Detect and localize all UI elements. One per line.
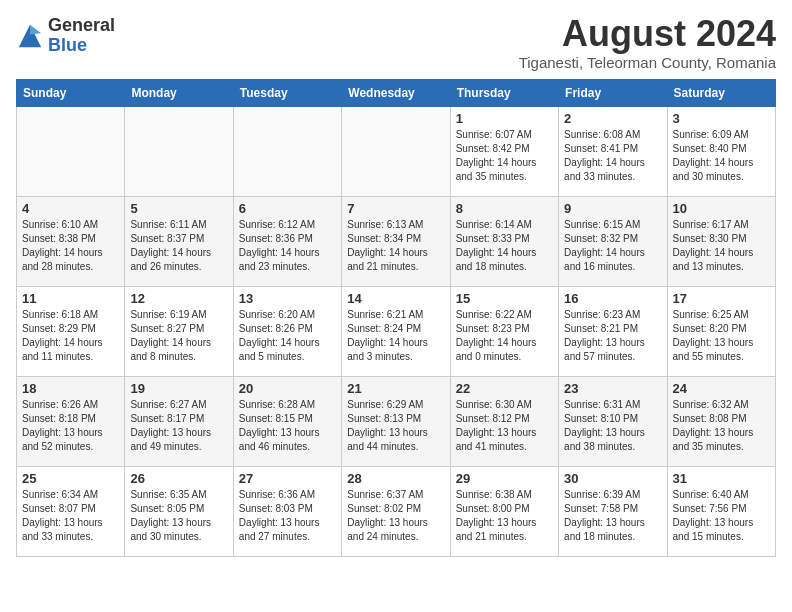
cell-content: 2Sunrise: 6:08 AM Sunset: 8:41 PM Daylig…	[564, 111, 661, 184]
cell-content: 18Sunrise: 6:26 AM Sunset: 8:18 PM Dayli…	[22, 381, 119, 454]
cell-info: Sunrise: 6:25 AM Sunset: 8:20 PM Dayligh…	[673, 308, 770, 364]
title-area: August 2024 Tiganesti, Teleorman County,…	[519, 16, 776, 71]
calendar-cell: 14Sunrise: 6:21 AM Sunset: 8:24 PM Dayli…	[342, 287, 450, 377]
cell-content: 5Sunrise: 6:11 AM Sunset: 8:37 PM Daylig…	[130, 201, 227, 274]
cell-content: 30Sunrise: 6:39 AM Sunset: 7:58 PM Dayli…	[564, 471, 661, 544]
cell-info: Sunrise: 6:11 AM Sunset: 8:37 PM Dayligh…	[130, 218, 227, 274]
cell-info: Sunrise: 6:18 AM Sunset: 8:29 PM Dayligh…	[22, 308, 119, 364]
day-number: 28	[347, 471, 444, 486]
day-number: 6	[239, 201, 336, 216]
cell-info: Sunrise: 6:09 AM Sunset: 8:40 PM Dayligh…	[673, 128, 770, 184]
calendar-cell: 4Sunrise: 6:10 AM Sunset: 8:38 PM Daylig…	[17, 197, 125, 287]
day-number: 1	[456, 111, 553, 126]
cell-info: Sunrise: 6:21 AM Sunset: 8:24 PM Dayligh…	[347, 308, 444, 364]
cell-content: 12Sunrise: 6:19 AM Sunset: 8:27 PM Dayli…	[130, 291, 227, 364]
weekday-header-monday: Monday	[125, 80, 233, 107]
calendar-cell: 26Sunrise: 6:35 AM Sunset: 8:05 PM Dayli…	[125, 467, 233, 557]
day-number: 17	[673, 291, 770, 306]
weekday-header-wednesday: Wednesday	[342, 80, 450, 107]
cell-content: 31Sunrise: 6:40 AM Sunset: 7:56 PM Dayli…	[673, 471, 770, 544]
cell-content: 14Sunrise: 6:21 AM Sunset: 8:24 PM Dayli…	[347, 291, 444, 364]
calendar-cell: 6Sunrise: 6:12 AM Sunset: 8:36 PM Daylig…	[233, 197, 341, 287]
cell-info: Sunrise: 6:40 AM Sunset: 7:56 PM Dayligh…	[673, 488, 770, 544]
day-number: 15	[456, 291, 553, 306]
cell-content: 10Sunrise: 6:17 AM Sunset: 8:30 PM Dayli…	[673, 201, 770, 274]
day-number: 7	[347, 201, 444, 216]
cell-info: Sunrise: 6:26 AM Sunset: 8:18 PM Dayligh…	[22, 398, 119, 454]
calendar-cell: 28Sunrise: 6:37 AM Sunset: 8:02 PM Dayli…	[342, 467, 450, 557]
calendar-cell: 27Sunrise: 6:36 AM Sunset: 8:03 PM Dayli…	[233, 467, 341, 557]
calendar-cell: 30Sunrise: 6:39 AM Sunset: 7:58 PM Dayli…	[559, 467, 667, 557]
month-year-title: August 2024	[519, 16, 776, 52]
day-number: 22	[456, 381, 553, 396]
cell-content: 8Sunrise: 6:14 AM Sunset: 8:33 PM Daylig…	[456, 201, 553, 274]
cell-content: 1Sunrise: 6:07 AM Sunset: 8:42 PM Daylig…	[456, 111, 553, 184]
logo: General Blue	[16, 16, 115, 56]
cell-info: Sunrise: 6:10 AM Sunset: 8:38 PM Dayligh…	[22, 218, 119, 274]
day-number: 23	[564, 381, 661, 396]
weekday-header-tuesday: Tuesday	[233, 80, 341, 107]
cell-content: 13Sunrise: 6:20 AM Sunset: 8:26 PM Dayli…	[239, 291, 336, 364]
day-number: 20	[239, 381, 336, 396]
cell-info: Sunrise: 6:15 AM Sunset: 8:32 PM Dayligh…	[564, 218, 661, 274]
cell-info: Sunrise: 6:38 AM Sunset: 8:00 PM Dayligh…	[456, 488, 553, 544]
cell-info: Sunrise: 6:19 AM Sunset: 8:27 PM Dayligh…	[130, 308, 227, 364]
calendar-week-row: 25Sunrise: 6:34 AM Sunset: 8:07 PM Dayli…	[17, 467, 776, 557]
day-number: 12	[130, 291, 227, 306]
cell-content: 23Sunrise: 6:31 AM Sunset: 8:10 PM Dayli…	[564, 381, 661, 454]
calendar-cell: 31Sunrise: 6:40 AM Sunset: 7:56 PM Dayli…	[667, 467, 775, 557]
calendar-cell: 15Sunrise: 6:22 AM Sunset: 8:23 PM Dayli…	[450, 287, 558, 377]
day-number: 11	[22, 291, 119, 306]
calendar-cell: 23Sunrise: 6:31 AM Sunset: 8:10 PM Dayli…	[559, 377, 667, 467]
svg-marker-1	[30, 25, 41, 35]
cell-content: 22Sunrise: 6:30 AM Sunset: 8:12 PM Dayli…	[456, 381, 553, 454]
weekday-header-friday: Friday	[559, 80, 667, 107]
calendar-cell: 13Sunrise: 6:20 AM Sunset: 8:26 PM Dayli…	[233, 287, 341, 377]
cell-info: Sunrise: 6:23 AM Sunset: 8:21 PM Dayligh…	[564, 308, 661, 364]
cell-content: 19Sunrise: 6:27 AM Sunset: 8:17 PM Dayli…	[130, 381, 227, 454]
calendar-table: SundayMondayTuesdayWednesdayThursdayFrid…	[16, 79, 776, 557]
cell-info: Sunrise: 6:31 AM Sunset: 8:10 PM Dayligh…	[564, 398, 661, 454]
calendar-cell: 10Sunrise: 6:17 AM Sunset: 8:30 PM Dayli…	[667, 197, 775, 287]
cell-info: Sunrise: 6:20 AM Sunset: 8:26 PM Dayligh…	[239, 308, 336, 364]
calendar-cell	[233, 107, 341, 197]
day-number: 13	[239, 291, 336, 306]
day-number: 10	[673, 201, 770, 216]
day-number: 26	[130, 471, 227, 486]
day-number: 4	[22, 201, 119, 216]
day-number: 5	[130, 201, 227, 216]
cell-info: Sunrise: 6:28 AM Sunset: 8:15 PM Dayligh…	[239, 398, 336, 454]
cell-info: Sunrise: 6:07 AM Sunset: 8:42 PM Dayligh…	[456, 128, 553, 184]
cell-content: 26Sunrise: 6:35 AM Sunset: 8:05 PM Dayli…	[130, 471, 227, 544]
cell-info: Sunrise: 6:32 AM Sunset: 8:08 PM Dayligh…	[673, 398, 770, 454]
calendar-cell: 12Sunrise: 6:19 AM Sunset: 8:27 PM Dayli…	[125, 287, 233, 377]
cell-content: 9Sunrise: 6:15 AM Sunset: 8:32 PM Daylig…	[564, 201, 661, 274]
cell-info: Sunrise: 6:35 AM Sunset: 8:05 PM Dayligh…	[130, 488, 227, 544]
day-number: 21	[347, 381, 444, 396]
cell-info: Sunrise: 6:29 AM Sunset: 8:13 PM Dayligh…	[347, 398, 444, 454]
calendar-cell: 8Sunrise: 6:14 AM Sunset: 8:33 PM Daylig…	[450, 197, 558, 287]
cell-info: Sunrise: 6:34 AM Sunset: 8:07 PM Dayligh…	[22, 488, 119, 544]
calendar-cell: 25Sunrise: 6:34 AM Sunset: 8:07 PM Dayli…	[17, 467, 125, 557]
cell-content: 11Sunrise: 6:18 AM Sunset: 8:29 PM Dayli…	[22, 291, 119, 364]
day-number: 18	[22, 381, 119, 396]
calendar-cell	[125, 107, 233, 197]
calendar-cell: 11Sunrise: 6:18 AM Sunset: 8:29 PM Dayli…	[17, 287, 125, 377]
cell-content: 20Sunrise: 6:28 AM Sunset: 8:15 PM Dayli…	[239, 381, 336, 454]
cell-info: Sunrise: 6:27 AM Sunset: 8:17 PM Dayligh…	[130, 398, 227, 454]
logo-text: General Blue	[48, 16, 115, 56]
calendar-cell: 16Sunrise: 6:23 AM Sunset: 8:21 PM Dayli…	[559, 287, 667, 377]
cell-info: Sunrise: 6:12 AM Sunset: 8:36 PM Dayligh…	[239, 218, 336, 274]
logo-general-text: General	[48, 16, 115, 36]
cell-content: 4Sunrise: 6:10 AM Sunset: 8:38 PM Daylig…	[22, 201, 119, 274]
day-number: 9	[564, 201, 661, 216]
cell-info: Sunrise: 6:30 AM Sunset: 8:12 PM Dayligh…	[456, 398, 553, 454]
cell-info: Sunrise: 6:13 AM Sunset: 8:34 PM Dayligh…	[347, 218, 444, 274]
day-number: 19	[130, 381, 227, 396]
calendar-cell: 17Sunrise: 6:25 AM Sunset: 8:20 PM Dayli…	[667, 287, 775, 377]
calendar-cell: 3Sunrise: 6:09 AM Sunset: 8:40 PM Daylig…	[667, 107, 775, 197]
calendar-cell: 18Sunrise: 6:26 AM Sunset: 8:18 PM Dayli…	[17, 377, 125, 467]
calendar-cell	[17, 107, 125, 197]
day-number: 24	[673, 381, 770, 396]
day-number: 8	[456, 201, 553, 216]
